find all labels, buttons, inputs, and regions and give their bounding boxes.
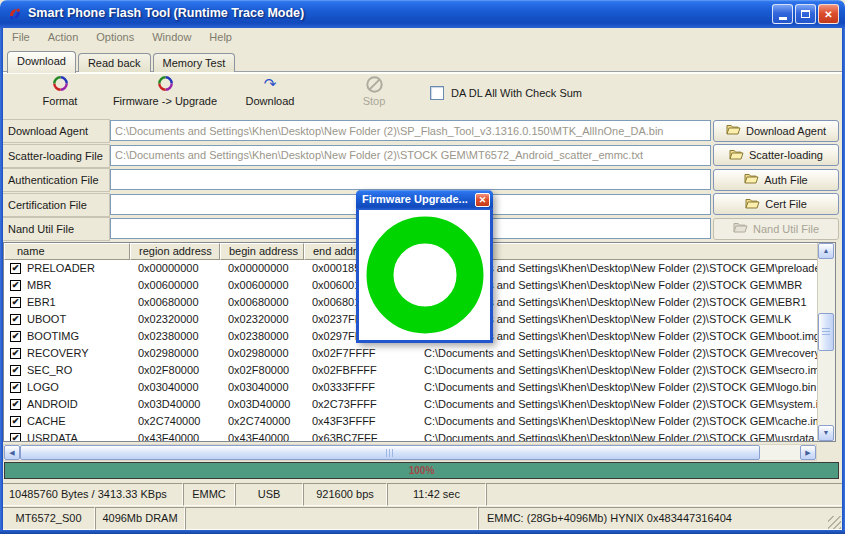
menu-window[interactable]: Window (143, 28, 200, 49)
menu-file[interactable]: File (3, 28, 39, 49)
column-header-begin-address[interactable]: begin address (220, 243, 304, 260)
row-checkbox[interactable]: ✔ (10, 365, 21, 376)
button-label: Download Agent (746, 125, 826, 137)
row-checkbox[interactable]: ✔ (10, 297, 21, 308)
begin-cell: 0x02380000 (228, 328, 306, 345)
folder-icon (726, 124, 741, 137)
scroll-left-icon[interactable]: ◀ (4, 445, 20, 460)
partition-name: ANDROID (27, 398, 78, 410)
firmware-upgrade-cycle-icon (105, 75, 225, 95)
dialog-body (359, 210, 490, 340)
location-cell: C:\Documents and Settings\Khen\Desktop\N… (424, 362, 836, 379)
dialog-title-bar[interactable]: Firmware Upgrade... ✕ (356, 190, 493, 210)
toolbar-button-firmware-upgrade[interactable]: Firmware -> Upgrade (105, 75, 225, 112)
region-cell: 0x43F40000 (138, 430, 222, 442)
vertical-scroll-thumb[interactable] (818, 313, 834, 351)
region-cell: 0x00000000 (138, 260, 222, 277)
partition-name-cell: ✔USRDATA (4, 430, 130, 442)
tab-read-back[interactable]: Read back (78, 53, 151, 72)
download-arrow-icon: ↷ (232, 75, 308, 95)
scroll-down-icon[interactable]: ▼ (818, 425, 834, 441)
row-checkbox[interactable]: ✔ (10, 314, 21, 325)
minimize-button[interactable] (772, 4, 793, 24)
firmware-upgrade-dialog: Firmware Upgrade... ✕ (356, 190, 493, 343)
menu-action[interactable]: Action (39, 28, 88, 49)
scroll-up-icon[interactable]: ▲ (818, 243, 834, 259)
region-cell: 0x00600000 (138, 277, 222, 294)
region-cell: 0x00680000 (138, 294, 222, 311)
vertical-scrollbar[interactable]: ▲ ▼ (817, 243, 835, 441)
checkbox-box[interactable] (430, 86, 444, 100)
partition-name-cell: ✔ANDROID (4, 396, 130, 413)
scatter-loading-button[interactable]: Scatter-loading (713, 144, 839, 166)
download-agent-button[interactable]: Download Agent (713, 120, 839, 142)
table-row[interactable]: ✔LOGO0x030400000x030400000x0333FFFFC:\Do… (4, 379, 836, 396)
row-checkbox[interactable]: ✔ (10, 399, 21, 410)
table-row[interactable]: ✔USRDATA0x43F400000x43F400000x63BC7FFFC:… (4, 430, 836, 442)
stop-icon (338, 75, 410, 95)
button-label: Auth File (764, 174, 807, 186)
row-checkbox[interactable]: ✔ (10, 331, 21, 342)
title-bar[interactable]: Smart Phone Flash Tool (Runtime Trace Mo… (0, 0, 845, 28)
partition-name-cell: ✔MBR (4, 277, 130, 294)
toolbar-button-label: Stop (338, 95, 410, 107)
region-cell: 0x02F80000 (138, 362, 222, 379)
end-cell: 0x63BC7FFF (312, 430, 420, 442)
spare-status (185, 507, 478, 530)
table-row[interactable]: ✔SEC_RO0x02F800000x02F800000x02FBFFFFC:\… (4, 362, 836, 379)
folder-icon (745, 198, 760, 211)
tab-memory-test[interactable]: Memory Test (153, 53, 236, 72)
dialog-close-icon[interactable]: ✕ (475, 193, 490, 207)
authentication-file-input[interactable] (110, 169, 711, 190)
end-cell: 0x2C73FFFF (312, 396, 420, 413)
button-label: Nand Util File (753, 223, 819, 235)
throughput-status: 10485760 Bytes / 3413.33 KBps (2, 483, 183, 506)
scroll-right-icon[interactable]: ▶ (800, 445, 816, 460)
row-checkbox[interactable]: ✔ (10, 263, 21, 274)
partition-name: EBR1 (27, 296, 56, 308)
horizontal-scroll-thumb[interactable] (20, 445, 760, 460)
button-label: Scatter-loading (749, 149, 823, 161)
toolbar-button-format[interactable]: Format (22, 75, 98, 112)
field-label-authentication-file: Authentication File (2, 168, 110, 192)
region-cell: 0x02380000 (138, 328, 222, 345)
row-checkbox[interactable]: ✔ (10, 433, 21, 442)
field-label-certification-file: Certification File (2, 193, 110, 217)
scatter-loading-file-input[interactable] (110, 145, 711, 166)
region-cell: 0x02980000 (138, 345, 222, 362)
table-row[interactable]: ✔ANDROID0x03D400000x03D400000x2C73FFFFC:… (4, 396, 836, 413)
begin-cell: 0x2C740000 (228, 413, 306, 430)
location-cell: C:\Documents and Settings\Khen\Desktop\N… (424, 430, 836, 442)
tab-bar: DownloadRead backMemory Test (7, 50, 237, 72)
begin-cell: 0x02F80000 (228, 362, 306, 379)
resize-grip[interactable] (828, 516, 841, 529)
partition-name: RECOVERY (27, 347, 89, 359)
partition-name-cell: ✔EBR1 (4, 294, 130, 311)
auth-file-button[interactable]: Auth File (713, 169, 839, 191)
table-row[interactable]: ✔RECOVERY0x029800000x029800000x02F7FFFFC… (4, 345, 836, 362)
cert-file-button[interactable]: Cert File (713, 193, 839, 215)
da-dl-checksum-checkbox[interactable]: DA DL All With Check Sum (430, 86, 582, 100)
menu-help[interactable]: Help (200, 28, 241, 49)
row-checkbox[interactable]: ✔ (10, 382, 21, 393)
column-header-name[interactable]: name (4, 243, 130, 260)
row-checkbox[interactable]: ✔ (10, 416, 21, 427)
maximize-button[interactable] (795, 4, 816, 24)
partition-name: MBR (27, 279, 51, 291)
column-header-region-address[interactable]: region address (130, 243, 220, 260)
location-cell: C:\Documents and Settings\Khen\Desktop\N… (424, 345, 836, 362)
download-agent-input[interactable] (110, 120, 711, 141)
menu-options[interactable]: Options (87, 28, 143, 49)
close-button[interactable]: ✕ (818, 4, 839, 24)
row-checkbox[interactable]: ✔ (10, 348, 21, 359)
baud-rate-status: 921600 bps (303, 483, 387, 506)
dram-status: 4096Mb DRAM (95, 507, 185, 530)
table-row[interactable]: ✔CACHE0x2C7400000x2C7400000x43F3FFFFC:\D… (4, 413, 836, 430)
tab-download[interactable]: Download (7, 51, 76, 73)
toolbar-button-download[interactable]: ↷Download (232, 75, 308, 112)
horizontal-scrollbar[interactable]: ◀ ▶ (3, 444, 817, 461)
platform-status: MT6572_S00 (2, 507, 95, 530)
row-checkbox[interactable]: ✔ (10, 280, 21, 291)
dialog-title: Firmware Upgrade... (362, 193, 468, 205)
nand-util-file-button: Nand Util File (713, 218, 839, 240)
